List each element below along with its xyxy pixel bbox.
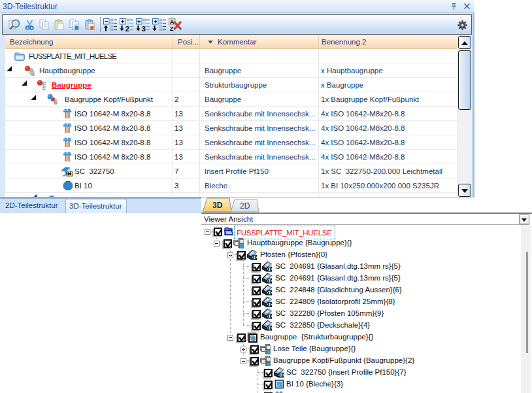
- svg-text:Z: Z: [170, 25, 174, 31]
- svg-text:2: 2: [125, 25, 129, 32]
- svg-text:2D: 2D: [240, 201, 250, 211]
- svg-text:3: 3: [142, 25, 146, 32]
- svg-text:3D: 3D: [212, 201, 223, 210]
